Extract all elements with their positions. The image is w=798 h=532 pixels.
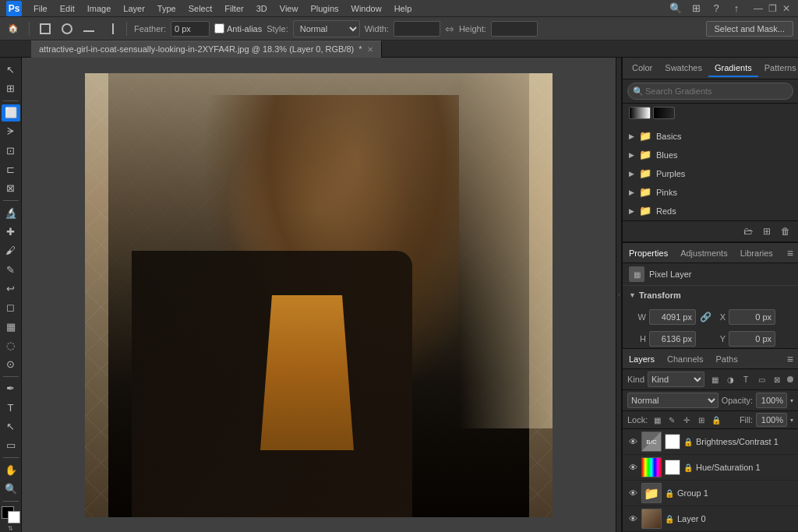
search-input[interactable] (627, 83, 793, 100)
layers-tab-layers[interactable]: Layers (623, 351, 661, 367)
menu-layer[interactable]: Layer (118, 2, 150, 15)
link-icon[interactable]: 🔗 (699, 308, 711, 326)
lock-position-icon[interactable]: ✛ (680, 414, 693, 426)
menu-plugins[interactable]: Plugins (305, 2, 344, 15)
lasso-tool[interactable]: ᗒ (2, 123, 20, 140)
menu-filter[interactable]: Filter (219, 2, 249, 15)
object-select-tool[interactable]: ⊡ (2, 142, 20, 159)
layers-tab-paths[interactable]: Paths (710, 351, 744, 367)
transform-header[interactable]: ▼ Transform (629, 291, 792, 300)
tab-close-icon[interactable]: ✕ (367, 45, 373, 54)
x-field-value[interactable]: 0 px (729, 309, 775, 325)
add-folder-icon[interactable]: 🗁 (740, 224, 756, 239)
frame-tool[interactable]: ⊠ (2, 180, 20, 197)
filter-adjustment-icon[interactable]: ◑ (723, 372, 737, 386)
lock-transparent-icon[interactable]: ▦ (651, 414, 663, 426)
prop-tab-more-icon[interactable]: ≡ (782, 247, 798, 259)
stamp-tool[interactable]: ✎ (2, 261, 20, 278)
width-field-value[interactable]: 4091 px (649, 309, 696, 325)
workspace-icon[interactable]: ⊞ (687, 0, 704, 17)
menu-image[interactable]: Image (82, 2, 117, 15)
layers-tab-more-icon[interactable]: ≡ (782, 353, 798, 365)
swap-colors-icon[interactable]: ⇅ (8, 525, 13, 532)
search-icon[interactable]: 🔍 (667, 0, 684, 17)
crop-tool[interactable]: ⊏ (2, 161, 20, 178)
layer-row-brightness[interactable]: 👁 B/C 🔒 Brightness/Contrast 1 (623, 429, 798, 455)
lock-all-icon[interactable]: 🔒 (710, 414, 722, 426)
tab-swatches[interactable]: Swatches (659, 60, 708, 77)
layer-visibility-icon-layer0[interactable]: 👁 (627, 513, 638, 524)
menu-3d[interactable]: 3D (251, 2, 273, 15)
menu-view[interactable]: View (274, 2, 304, 15)
canvas-area[interactable] (22, 58, 616, 532)
prop-tab-adjustments[interactable]: Adjustments (674, 245, 734, 261)
dodge-tool[interactable]: ⊙ (2, 356, 20, 373)
home-icon[interactable]: 🏠 (5, 20, 22, 37)
lock-pixels-icon[interactable]: ✎ (666, 414, 678, 426)
zoom-tool[interactable]: 🔍 (2, 480, 20, 497)
learn-icon[interactable]: ? (708, 0, 725, 17)
filter-shape-icon[interactable]: ▭ (754, 372, 768, 386)
share-icon[interactable]: ↑ (728, 0, 745, 17)
gradient-group-pinks[interactable]: ▶ 📁 Pinks (623, 183, 798, 202)
artboard-tool[interactable]: ⊞ (2, 79, 20, 97)
close-button[interactable]: ✕ (781, 3, 792, 14)
single-col-marquee-icon[interactable] (102, 20, 119, 37)
filter-kind-select[interactable]: Kind (648, 372, 704, 387)
move-tool[interactable]: ↖ (2, 61, 20, 78)
foreground-color[interactable] (2, 506, 20, 523)
shape-tool[interactable]: ▭ (2, 437, 20, 454)
document-tab[interactable]: attractive-girl-in-coat-sensually-lookin… (31, 41, 382, 58)
gradient-group-blues[interactable]: ▶ 📁 Blues (623, 146, 798, 164)
y-field-value[interactable]: 0 px (729, 331, 775, 347)
layer-mask-brightness[interactable] (665, 434, 680, 449)
blend-mode-select[interactable]: Normal Multiply Screen (627, 393, 719, 408)
style-select[interactable]: Normal Fixed Ratio Fixed Size (293, 20, 360, 37)
gradient-swatch[interactable] (629, 107, 651, 119)
menu-edit[interactable]: Edit (55, 2, 80, 15)
history-brush-tool[interactable]: ↩ (2, 280, 20, 297)
layer-row-layer0[interactable]: 👁 🔒 Layer 0 (623, 506, 798, 532)
maximize-button[interactable]: ❐ (767, 3, 778, 14)
single-row-marquee-icon[interactable] (80, 20, 97, 37)
opacity-chevron-icon[interactable]: ▾ (790, 397, 793, 404)
width-input[interactable] (394, 21, 440, 37)
tab-color[interactable]: Color (626, 60, 659, 77)
anti-alias-checkbox[interactable] (214, 23, 224, 33)
menu-file[interactable]: File (28, 2, 53, 15)
type-tool[interactable]: T (2, 399, 20, 416)
gradient-tool[interactable]: ▦ (2, 318, 20, 335)
tab-gradients[interactable]: Gradients (708, 60, 758, 77)
layers-tab-channels[interactable]: Channels (661, 351, 709, 367)
height-field-value[interactable]: 6136 px (649, 331, 696, 347)
spot-heal-tool[interactable]: ✚ (2, 223, 20, 240)
select-and-mask-button[interactable]: Select and Mask... (706, 21, 794, 37)
add-item-icon[interactable]: ⊞ (759, 224, 775, 239)
layer-row-hue[interactable]: 👁 🔒 Hue/Saturation 1 (623, 455, 798, 481)
fill-value[interactable]: 100% (756, 413, 787, 427)
rect-marquee-icon[interactable] (37, 20, 54, 37)
feather-input[interactable] (171, 21, 210, 37)
ellipse-marquee-icon[interactable] (58, 20, 76, 37)
brush-tool[interactable]: 🖌 (2, 242, 20, 259)
delete-item-icon[interactable]: 🗑 (778, 224, 793, 239)
eraser-tool[interactable]: ◻ (2, 299, 20, 316)
gradient-group-basics[interactable]: ▶ 📁 Basics (623, 127, 798, 146)
eyedropper-tool[interactable]: 🔬 (2, 204, 20, 221)
menu-help[interactable]: Help (389, 2, 418, 15)
menu-type[interactable]: Type (152, 2, 182, 15)
filter-active-dot[interactable] (787, 376, 793, 382)
hand-tool[interactable]: ✋ (2, 461, 20, 478)
filter-pixel-icon[interactable]: ▦ (708, 372, 722, 386)
layer-visibility-icon[interactable]: 👁 (627, 436, 638, 447)
gradient-group-purples[interactable]: ▶ 📁 Purples (623, 164, 798, 183)
pen-tool[interactable]: ✒ (2, 380, 20, 397)
opacity-value[interactable]: 100% (756, 393, 787, 408)
filter-smart-icon[interactable]: ⊠ (770, 372, 784, 386)
layer-row-group[interactable]: 👁 📁 🔒 Group 1 (623, 481, 798, 506)
height-input[interactable] (491, 21, 538, 37)
panel-collapse-handle[interactable]: › (616, 58, 622, 532)
menu-window[interactable]: Window (346, 2, 387, 15)
layer-visibility-icon-hue[interactable]: 👁 (627, 462, 638, 473)
filter-type-icon[interactable]: T (739, 372, 753, 386)
